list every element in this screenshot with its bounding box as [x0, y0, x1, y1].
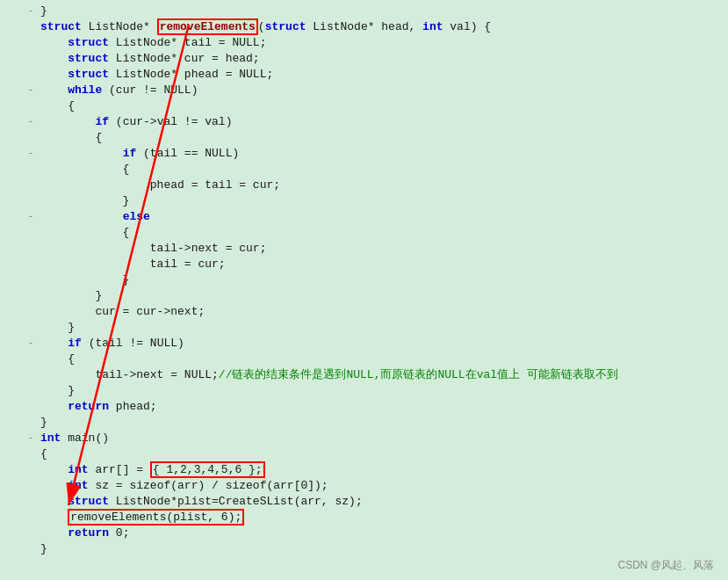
code-text: {: [37, 352, 728, 367]
code-text: if (cur->val != val): [37, 114, 728, 130]
code-text: struct ListNode* removeElements(struct L…: [37, 19, 728, 35]
fold-icon[interactable]: -: [25, 431, 37, 446]
code-text: while (cur != NULL): [37, 83, 728, 98]
code-text: }: [37, 415, 728, 431]
code-text: return phead;: [37, 399, 728, 415]
code-text: }: [37, 193, 728, 209]
fold-icon[interactable]: -: [25, 83, 37, 98]
code-line: {: [0, 446, 728, 462]
code-line: {: [0, 225, 728, 241]
code-line: - }: [0, 4, 728, 19]
code-line: tail->next = cur;: [0, 241, 728, 257]
code-line: - int main(): [0, 431, 728, 446]
code-text: int sz = sizeof(arr) / sizeof(arr[0]);: [37, 478, 728, 494]
code-line: return phead;: [0, 399, 728, 415]
code-line: - if (cur->val != val): [0, 114, 728, 130]
fold-icon[interactable]: -: [25, 146, 37, 162]
code-line: {: [0, 162, 728, 178]
code-line: phead = tail = cur;: [0, 178, 728, 193]
code-text: int main(): [37, 431, 728, 446]
code-line: }: [0, 193, 728, 209]
code-text: struct ListNode* cur = head;: [37, 51, 728, 67]
code-text: removeElements(plist, 6);: [37, 510, 728, 526]
code-text: }: [37, 288, 728, 304]
code-line: removeElements(plist, 6);: [0, 510, 728, 526]
fold-icon[interactable]: -: [25, 336, 37, 352]
code-line: tail = cur;: [0, 257, 728, 272]
code-line: - if (tail != NULL): [0, 336, 728, 352]
code-text: }: [37, 272, 728, 288]
code-text: }: [37, 4, 728, 19]
code-line: }: [0, 541, 728, 557]
code-line: - else: [0, 209, 728, 225]
code-line: int sz = sizeof(arr) / sizeof(arr[0]);: [0, 478, 728, 494]
code-text: else: [37, 209, 728, 225]
code-line: }: [0, 288, 728, 304]
code-line: int arr[] = { 1,2,3,4,5,6 };: [0, 462, 728, 478]
code-line: return 0;: [0, 526, 728, 541]
code-line: struct ListNode* phead = NULL;: [0, 67, 728, 83]
code-container: - } struct ListNode* removeElements(stru…: [0, 0, 728, 580]
code-text: struct ListNode* phead = NULL;: [37, 67, 728, 83]
code-line: cur = cur->next;: [0, 304, 728, 320]
code-text: cur = cur->next;: [37, 304, 728, 320]
code-line: {: [0, 352, 728, 367]
watermark: CSDN @风起、风落: [617, 558, 714, 573]
code-line: - if (tail == NULL): [0, 146, 728, 162]
code-line: - while (cur != NULL): [0, 83, 728, 98]
code-line: }: [0, 383, 728, 399]
code-text: {: [37, 130, 728, 146]
code-line: struct ListNode* cur = head;: [0, 51, 728, 67]
code-text: int arr[] = { 1,2,3,4,5,6 };: [37, 462, 728, 478]
code-text: {: [37, 162, 728, 178]
code-text: struct ListNode* tail = NULL;: [37, 35, 728, 51]
code-text: }: [37, 383, 728, 399]
code-line: }: [0, 272, 728, 288]
code-text: if (tail == NULL): [37, 146, 728, 162]
code-text: {: [37, 446, 728, 462]
code-line: struct ListNode* tail = NULL;: [0, 35, 728, 51]
code-text: }: [37, 541, 728, 557]
code-text: }: [37, 320, 728, 336]
fold-icon[interactable]: -: [25, 4, 37, 19]
code-area: - } struct ListNode* removeElements(stru…: [0, 0, 728, 580]
code-line: {: [0, 98, 728, 114]
code-text: struct ListNode*plist=CreateSList(arr, s…: [37, 494, 728, 510]
code-text: phead = tail = cur;: [37, 178, 728, 193]
code-text: return 0;: [37, 526, 728, 541]
code-line: }: [0, 320, 728, 336]
fold-icon[interactable]: -: [25, 114, 37, 130]
code-text: tail->next = NULL;//链表的结束条件是遇到NULL,而原链表的…: [37, 367, 728, 383]
code-text: tail->next = cur;: [37, 241, 728, 257]
code-line: struct ListNode*plist=CreateSList(arr, s…: [0, 494, 728, 510]
code-line: {: [0, 130, 728, 146]
code-line: }: [0, 415, 728, 431]
code-text: {: [37, 98, 728, 114]
code-text: tail = cur;: [37, 257, 728, 272]
fold-icon[interactable]: -: [25, 209, 37, 225]
code-line: struct ListNode* removeElements(struct L…: [0, 19, 728, 35]
code-text: {: [37, 225, 728, 241]
code-line: tail->next = NULL;//链表的结束条件是遇到NULL,而原链表的…: [0, 367, 728, 383]
code-text: if (tail != NULL): [37, 336, 728, 352]
